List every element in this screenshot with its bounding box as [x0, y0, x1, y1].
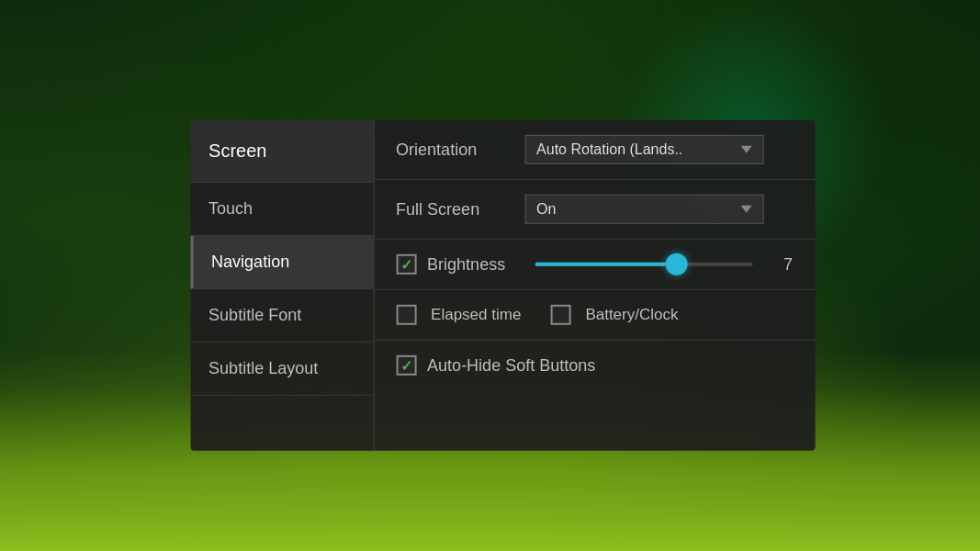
fullscreen-value-container: On: [524, 195, 793, 224]
elapsed-time-label: Elapsed time: [431, 306, 521, 324]
autohide-row: ✓ Auto-Hide Soft Buttons: [374, 341, 815, 390]
brightness-checkbox[interactable]: ✓: [396, 254, 416, 275]
brightness-slider[interactable]: [535, 263, 752, 266]
fullscreen-row: Full Screen On: [374, 180, 815, 240]
brightness-value: 7: [771, 254, 793, 274]
fullscreen-label: Full Screen: [396, 199, 524, 219]
autohide-checkmark: ✓: [400, 356, 412, 374]
brightness-row: ✓ Brightness 7: [374, 240, 815, 290]
sidebar-item-touch[interactable]: Touch: [190, 183, 373, 236]
sidebar-item-subtitle-layout[interactable]: Subtitle Layout: [190, 343, 373, 396]
settings-panel: Screen Touch Navigation Subtitle Font Su…: [190, 120, 815, 451]
brightness-label: Brightness: [427, 254, 505, 274]
brightness-checkmark: ✓: [400, 255, 412, 273]
fullscreen-dropdown-arrow: [740, 206, 751, 213]
battery-clock-checkbox[interactable]: [550, 305, 570, 325]
settings-content: Orientation Auto Rotation (Lands.. Full …: [374, 120, 815, 451]
orientation-value-container: Auto Rotation (Lands..: [524, 135, 793, 164]
elapsed-time-checkbox[interactable]: [396, 305, 416, 325]
orientation-row: Orientation Auto Rotation (Lands..: [374, 120, 815, 180]
sidebar-item-navigation[interactable]: Navigation: [190, 236, 373, 289]
autohide-checkbox[interactable]: ✓: [396, 355, 416, 376]
sidebar: Screen Touch Navigation Subtitle Font Su…: [190, 120, 374, 451]
sidebar-item-screen[interactable]: Screen: [190, 120, 373, 183]
orientation-dropdown[interactable]: Auto Rotation (Lands..: [524, 135, 763, 164]
brightness-slider-thumb[interactable]: [665, 253, 687, 276]
fullscreen-dropdown[interactable]: On: [524, 195, 763, 224]
battery-clock-label: Battery/Clock: [585, 306, 678, 324]
brightness-slider-fill: [535, 263, 676, 266]
options-row: Elapsed time Battery/Clock: [374, 290, 815, 341]
orientation-label: Orientation: [396, 140, 524, 159]
orientation-dropdown-arrow: [740, 146, 751, 153]
sidebar-item-subtitle-font[interactable]: Subtitle Font: [190, 289, 373, 343]
autohide-label: Auto-Hide Soft Buttons: [427, 355, 595, 375]
